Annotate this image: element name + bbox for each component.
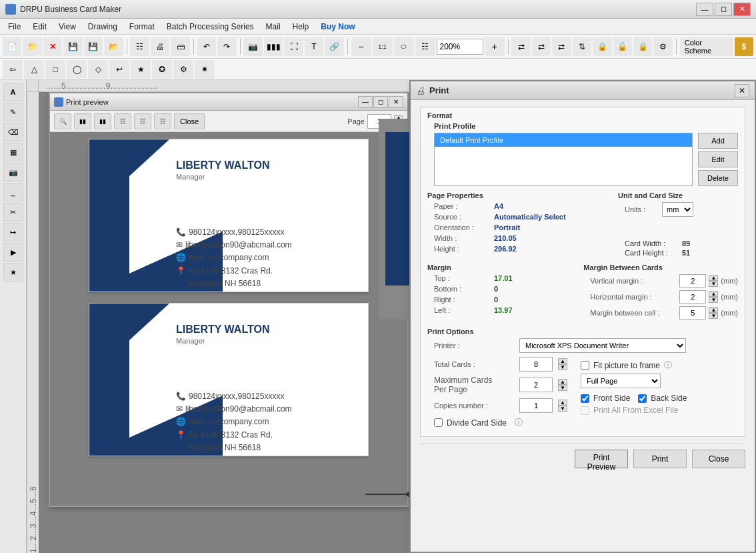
burst-tool[interactable]: ✷: [195, 60, 215, 79]
preview-minimize-btn[interactable]: —: [358, 96, 373, 108]
lock2-btn[interactable]: 🔓: [613, 37, 632, 56]
fit-picture-help[interactable]: ⓘ: [664, 360, 672, 371]
fit-picture-checkbox[interactable]: [581, 361, 589, 370]
template-btn[interactable]: ☷: [130, 37, 149, 56]
pencil-tool[interactable]: ✎: [3, 103, 23, 121]
close-action-btn[interactable]: Close: [692, 450, 745, 468]
align-right-btn[interactable]: ⇄: [552, 37, 571, 56]
menu-drawing[interactable]: Drawing: [83, 21, 123, 33]
align-left-btn[interactable]: ⇄: [511, 37, 530, 56]
rect-tool[interactable]: □: [45, 60, 65, 79]
print-dialog-close-btn[interactable]: ✕: [735, 84, 749, 97]
preview-view1-btn[interactable]: ▮▮: [74, 113, 91, 129]
front-side-checkbox[interactable]: [581, 394, 589, 403]
close-doc-btn[interactable]: ✕: [43, 37, 62, 56]
fill-tool[interactable]: ▦: [3, 143, 23, 161]
maximize-btn[interactable]: ◻: [715, 3, 732, 16]
select-tool[interactable]: ⇦: [3, 60, 23, 79]
zoom-1-1-btn[interactable]: 1:1: [373, 37, 393, 56]
vertical-margin-down[interactable]: ▼: [709, 281, 718, 287]
zoom-fit-btn[interactable]: ⬭: [394, 37, 414, 56]
max-cards-up[interactable]: ▲: [558, 379, 567, 385]
color-scheme-btn[interactable]: Color Scheme: [680, 37, 733, 56]
open-folder-btn[interactable]: 📂: [104, 37, 123, 56]
zoom-input[interactable]: 200%: [437, 39, 483, 55]
menu-format[interactable]: Format: [124, 21, 160, 33]
zoom-grid-btn[interactable]: ☷: [415, 37, 435, 56]
print-all-excel-checkbox[interactable]: [581, 406, 589, 415]
total-cards-input[interactable]: 8: [519, 357, 553, 372]
line-tool[interactable]: ⎯: [3, 183, 23, 201]
menu-edit[interactable]: Edit: [27, 21, 52, 33]
printer-select[interactable]: Microsoft XPS Document Writer: [519, 338, 686, 353]
horizontal-margin-up[interactable]: ▲: [709, 291, 718, 297]
horizontal-margin-input[interactable]: 2: [679, 290, 706, 304]
barcode-btn[interactable]: ▮▮▮: [264, 37, 283, 56]
profile-default-item[interactable]: Default Print Profile: [435, 133, 692, 147]
copies-input[interactable]: 1: [519, 398, 553, 413]
total-cards-down[interactable]: ▼: [558, 364, 567, 370]
flip-tool[interactable]: ↦: [3, 223, 23, 241]
units-select[interactable]: mm inch: [662, 202, 693, 217]
menu-help[interactable]: Help: [287, 21, 315, 33]
cell-margin-down[interactable]: ▼: [709, 313, 718, 319]
save-as-btn[interactable]: 💾: [84, 37, 103, 56]
max-cards-input[interactable]: 2: [519, 378, 553, 392]
cell-margin-up[interactable]: ▲: [709, 307, 718, 313]
arrow-left-tool[interactable]: ↩: [109, 60, 129, 79]
menu-buynow[interactable]: Buy Now: [315, 21, 360, 33]
lock3-btn[interactable]: 🔒: [633, 37, 652, 56]
profile-list[interactable]: Default Print Profile: [434, 133, 693, 186]
preview-view2-btn[interactable]: ▮▮: [94, 113, 111, 129]
img-btn[interactable]: 📷: [243, 37, 262, 56]
print-btn[interactable]: 🖨: [151, 37, 169, 56]
preview-close-btn[interactable]: ✕: [389, 96, 403, 108]
open-btn[interactable]: 📁: [23, 37, 41, 56]
diamond-tool[interactable]: ◇: [88, 60, 108, 79]
total-cards-up[interactable]: ▲: [558, 358, 567, 364]
print-preview-btn[interactable]: Print Preview: [575, 450, 628, 468]
text-btn[interactable]: T: [305, 37, 323, 56]
save-btn[interactable]: 💾: [63, 37, 82, 56]
dollar-btn[interactable]: $: [735, 37, 753, 56]
preview-view5-btn[interactable]: ☷: [154, 113, 171, 129]
horizontal-margin-down[interactable]: ▼: [709, 297, 718, 303]
star6-tool[interactable]: ✪: [152, 60, 172, 79]
divide-card-checkbox[interactable]: [434, 418, 443, 427]
preview-view4-btn[interactable]: ☷: [134, 113, 151, 129]
eraser-tool[interactable]: ⌫: [3, 123, 23, 141]
layers-tool[interactable]: ▶: [3, 243, 23, 261]
minimize-btn[interactable]: —: [696, 3, 713, 16]
copies-up[interactable]: ▲: [558, 400, 567, 406]
back-side-checkbox[interactable]: [638, 394, 647, 403]
delete-profile-btn[interactable]: Delete: [698, 170, 738, 186]
cell-margin-input[interactable]: 5: [679, 306, 706, 320]
vertical-margin-input[interactable]: 2: [679, 274, 706, 288]
max-cards-down[interactable]: ▼: [558, 385, 567, 391]
preview-maximize-btn[interactable]: ◻: [373, 96, 388, 108]
triangle-tool[interactable]: △: [24, 60, 44, 79]
vertical-margin-up[interactable]: ▲: [709, 275, 718, 281]
zoom-in-btn[interactable]: +: [485, 37, 505, 56]
full-page-select[interactable]: Full Page: [581, 374, 661, 388]
menu-batch[interactable]: Batch Processing Series: [161, 21, 259, 33]
zoom-out-btn[interactable]: −: [351, 37, 371, 56]
preview-close-text-btn[interactable]: Close: [174, 113, 205, 129]
image-tool[interactable]: 📷: [3, 163, 23, 181]
gear-tool[interactable]: ⚙: [173, 60, 193, 79]
text-tool[interactable]: A: [3, 83, 23, 101]
close-btn[interactable]: ✕: [733, 3, 751, 16]
menu-mail[interactable]: Mail: [261, 21, 286, 33]
divide-card-help[interactable]: ⓘ: [515, 417, 523, 428]
align-top-btn[interactable]: ⇅: [573, 37, 591, 56]
star-tool[interactable]: ★: [3, 263, 23, 282]
menu-file[interactable]: File: [3, 21, 26, 33]
add-profile-btn[interactable]: Add: [698, 133, 738, 149]
link-btn[interactable]: 🔗: [325, 37, 343, 56]
copies-down[interactable]: ▼: [558, 406, 567, 412]
redo-btn[interactable]: ↷: [217, 37, 236, 56]
preview-view3-btn[interactable]: ☷: [114, 113, 131, 129]
settings-btn[interactable]: ⚙: [653, 37, 672, 56]
preview-zoom-btn[interactable]: 🔍: [54, 113, 71, 129]
ellipse-tool[interactable]: ◯: [67, 60, 87, 79]
